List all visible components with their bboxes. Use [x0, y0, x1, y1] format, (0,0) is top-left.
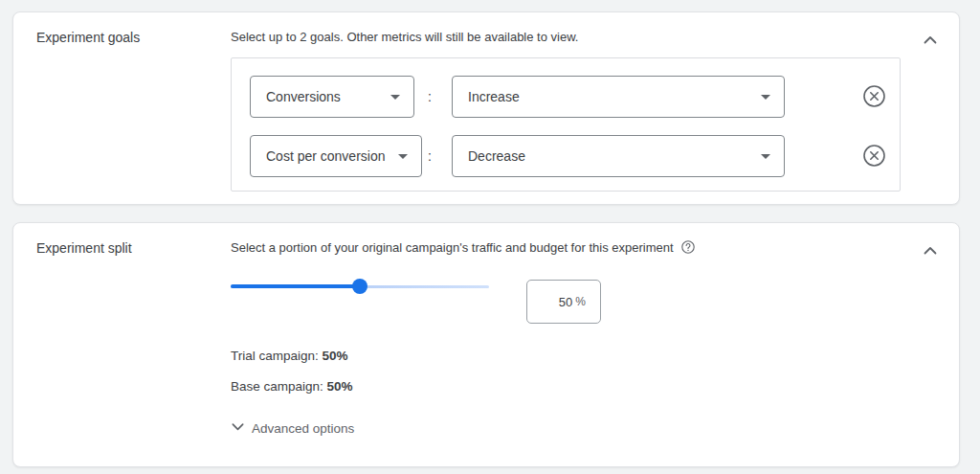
remove-goal-button[interactable]: [862, 85, 886, 109]
advanced-options-label: Advanced options: [252, 421, 354, 436]
slider-thumb[interactable]: [352, 279, 368, 294]
chevron-down-icon: [231, 419, 245, 437]
split-percent-unit: %: [575, 295, 586, 308]
goal-metric-select[interactable]: Conversions: [250, 76, 414, 118]
base-campaign-label: Base campaign:: [231, 379, 323, 394]
experiment-goals-title: Experiment goals: [36, 29, 140, 46]
goal-separator: :: [421, 135, 438, 177]
goal-direction-select[interactable]: Decrease: [452, 135, 785, 177]
experiment-split-card: Experiment split Select a portion of you…: [12, 222, 960, 467]
goals-collapse-button[interactable]: [917, 28, 944, 55]
experiment-goals-card: Experiment goals Select up to 2 goals. O…: [12, 11, 960, 205]
circle-x-icon: [862, 144, 886, 170]
goal-row: Conversions : Increase: [232, 76, 900, 118]
goal-separator: :: [421, 76, 438, 118]
dropdown-caret-icon: [761, 154, 770, 159]
goal-direction-select[interactable]: Increase: [452, 76, 785, 118]
goal-direction-value: Decrease: [468, 148, 525, 164]
experiment-split-description: Select a portion of your original campai…: [231, 240, 695, 258]
goal-direction-value: Increase: [468, 89, 520, 104]
goal-row: Cost per conversion : Decrease: [232, 135, 900, 177]
experiment-goals-description: Select up to 2 goals. Other metrics will…: [231, 30, 578, 45]
trial-campaign-label: Trial campaign:: [231, 349, 319, 363]
goal-metric-value: Cost per conversion: [266, 148, 386, 164]
chevron-up-icon: [923, 33, 938, 51]
traffic-split-slider[interactable]: [231, 279, 489, 294]
remove-goal-button[interactable]: [862, 145, 886, 169]
dropdown-caret-icon: [761, 95, 770, 100]
goals-container: Conversions : Increase Cost per conversi…: [231, 57, 901, 192]
advanced-options-toggle[interactable]: Advanced options: [231, 419, 354, 437]
slider-fill: [231, 284, 360, 288]
circle-x-icon: [862, 84, 886, 111]
goal-metric-value: Conversions: [266, 89, 341, 104]
dropdown-caret-icon: [390, 95, 400, 100]
split-percent-value: 50: [559, 295, 572, 309]
goal-metric-select[interactable]: Cost per conversion: [250, 135, 422, 177]
help-circle-icon[interactable]: [681, 240, 695, 258]
dropdown-caret-icon: [398, 154, 408, 159]
experiment-split-title: Experiment split: [36, 239, 132, 257]
base-campaign-value: 50%: [327, 379, 353, 394]
chevron-up-icon: [923, 243, 938, 261]
experiment-split-description-text: Select a portion of your original campai…: [231, 240, 674, 255]
trial-campaign-value: 50%: [323, 349, 348, 363]
split-percent-input[interactable]: 50 %: [526, 280, 601, 324]
split-collapse-button[interactable]: [917, 238, 944, 265]
base-campaign-line: Base campaign: 50%: [231, 379, 353, 395]
trial-campaign-line: Trial campaign: 50%: [231, 349, 348, 364]
